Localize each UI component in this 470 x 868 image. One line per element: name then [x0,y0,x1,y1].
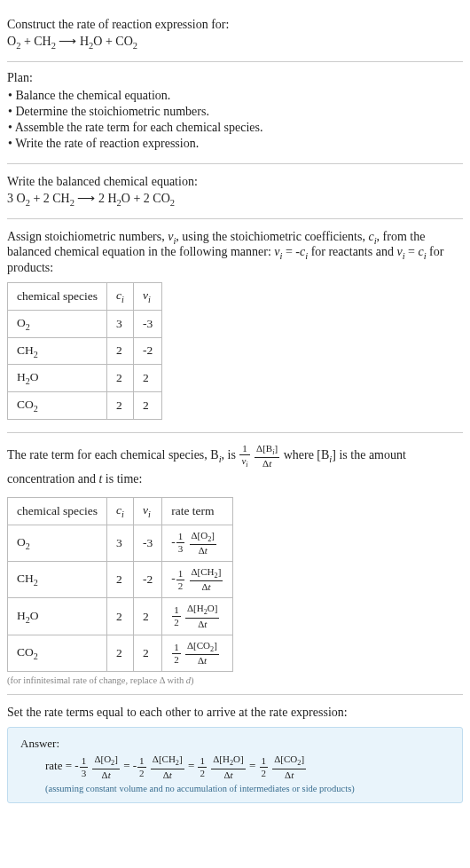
col-species: chemical species [8,497,107,525]
rate-cell: 12 Δ[CO2]Δt [162,635,233,671]
vi-cell: 2 [133,598,161,635]
rateterm-text: The rate term for each chemical species,… [7,444,463,490]
col-species: chemical species [8,283,107,311]
plan-heading: Plan: [7,71,463,85]
rateterm-footnote: (for infinitesimal rate of change, repla… [7,675,463,685]
plan-item: Write the rate of reaction expression. [8,137,463,151]
table-row: CH2 2 -2 [8,337,162,365]
species-cell: H2O [8,598,107,635]
final-text: Set the rate terms equal to each other t… [7,706,463,720]
vi-cell: -3 [133,525,161,561]
final-section: Set the rate terms equal to each other t… [7,695,463,811]
table-row: O2 3 -3 -13 Δ[O2]Δt [8,525,233,561]
plan-item: Assemble the rate term for each chemical… [8,121,463,135]
vi-cell: -2 [133,337,161,365]
plan-list: Balance the chemical equation. Determine… [7,89,463,151]
col-vi: νi [133,497,161,525]
table-row: CH2 2 -2 -12 Δ[CH2]Δt [8,561,233,597]
species-cell: CO2 [8,635,107,671]
col-ci: ci [107,497,134,525]
balanced-equation: 3 O2 + 2 CH2 ⟶ 2 H2O + 2 CO2 [7,191,463,208]
rate-cell: -13 Δ[O2]Δt [162,525,233,561]
answer-label: Answer: [20,737,450,751]
rateterm-table: chemical species ci νi rate term O2 3 -3… [7,497,233,672]
table-header-row: chemical species ci νi [8,283,162,311]
table-row: H2O 2 2 [8,365,162,392]
stoich-text: Assign stoichiometric numbers, νi, using… [7,230,463,276]
ci-cell: 3 [107,525,134,561]
construct-line: Construct the rate of reaction expressio… [7,18,463,32]
table-header-row: chemical species ci νi rate term [8,497,233,525]
vi-cell: -3 [133,310,161,337]
col-rate: rate term [162,497,233,525]
plan-item: Determine the stoichiometric numbers. [8,105,463,119]
rate-cell: 12 Δ[H2O]Δt [162,598,233,635]
vi-cell: 2 [133,391,161,419]
ci-cell: 2 [107,337,134,365]
ci-cell: 2 [107,598,134,635]
vi-cell: -2 [133,561,161,597]
table-row: CO2 2 2 [8,391,162,419]
species-cell: H2O [8,365,107,392]
rate-expression: rate = -13 Δ[O2]Δt = -12 Δ[CH2]Δt = 12 Δ… [45,754,450,779]
species-cell: O2 [8,525,107,561]
ci-cell: 2 [107,635,134,671]
col-ci: ci [107,283,134,311]
table-row: H2O 2 2 12 Δ[H2O]Δt [8,598,233,635]
ci-cell: 2 [107,391,134,419]
species-cell: O2 [8,310,107,337]
plan-section: Plan: Balance the chemical equation. Det… [7,62,463,164]
balanced-text: Write the balanced chemical equation: [7,175,463,189]
vi-cell: 2 [133,365,161,392]
ci-cell: 2 [107,365,134,392]
intro-section: Construct the rate of reaction expressio… [7,7,463,62]
assumption-note: (assuming constant volume and no accumul… [45,784,450,793]
vi-cell: 2 [133,635,161,671]
species-cell: CH2 [8,561,107,597]
species-cell: CO2 [8,391,107,419]
unbalanced-equation: O2 + CH2 ⟶ H2O + CO2 [7,34,463,51]
rate-cell: -12 Δ[CH2]Δt [162,561,233,597]
table-row: CO2 2 2 12 Δ[CO2]Δt [8,635,233,671]
ci-cell: 2 [107,561,134,597]
rateterm-section: The rate term for each chemical species,… [7,433,463,696]
balanced-section: Write the balanced chemical equation: 3 … [7,164,463,219]
plan-item: Balance the chemical equation. [8,89,463,103]
stoich-table: chemical species ci νi O2 3 -3 CH2 2 -2 … [7,282,162,419]
species-cell: CH2 [8,337,107,365]
answer-box: Answer: rate = -13 Δ[O2]Δt = -12 Δ[CH2]Δ… [7,727,463,802]
table-row: O2 3 -3 [8,310,162,337]
stoich-section: Assign stoichiometric numbers, νi, using… [7,219,463,433]
ci-cell: 3 [107,310,134,337]
col-vi: νi [133,283,161,311]
